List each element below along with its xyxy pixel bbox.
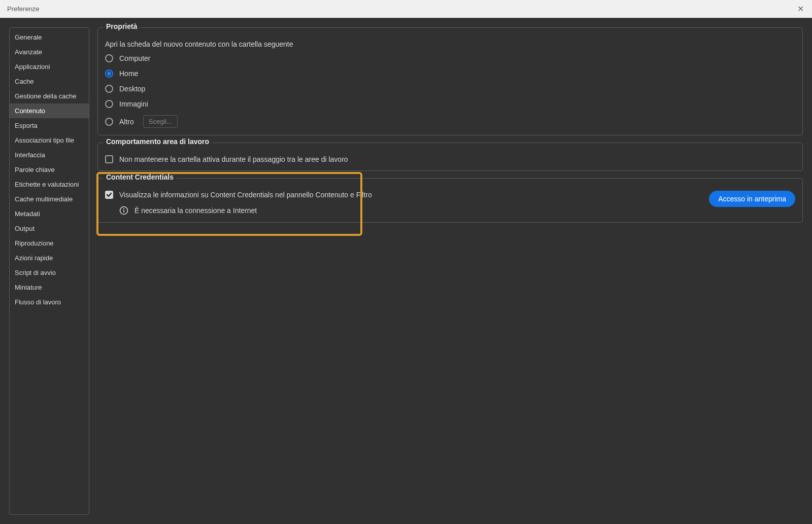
content-credentials-group: Content Credentials Visualizza le inform… [97,178,803,223]
radio-option-desktop[interactable]: Desktop [105,85,795,93]
radio-option-home[interactable]: Home [105,69,795,78]
radio-option-altro[interactable]: AltroScegli... [105,115,795,128]
radio-icon [105,100,113,108]
properties-title: Proprietà [103,22,140,30]
content-credentials-title: Content Credentials [103,173,177,181]
workspace-checkbox-row[interactable]: Non mantenere la cartella attiva durante… [105,155,795,163]
radio-option-immagini[interactable]: Immagini [105,100,795,108]
svg-point-1 [123,208,124,209]
radio-icon [105,54,113,62]
window-title: Preferenze [7,5,40,13]
workspace-title: Comportamento area di lavoro [103,137,212,146]
radio-label: Computer [119,54,150,62]
sidebar-item-avanzate[interactable]: Avanzate [10,45,89,59]
sidebar-item-esporta[interactable]: Esporta [10,118,89,133]
sidebar-item-contenuto[interactable]: Contenuto [10,103,89,118]
preview-access-button[interactable]: Accesso in anteprima [709,191,795,207]
sidebar-item-metadati[interactable]: Metadati [10,206,89,221]
radio-icon [105,118,113,126]
sidebar-item-interfaccia[interactable]: Interfaccia [10,148,89,162]
sidebar-item-miniature[interactable]: Miniature [10,280,89,295]
workspace-checkbox-label: Non mantenere la cartella attiva durante… [119,155,348,163]
radio-label: Immagini [119,100,148,108]
radio-option-computer[interactable]: Computer [105,54,795,62]
sidebar-item-associazioni-tipo-file[interactable]: Associazioni tipo file [10,133,89,148]
sidebar-item-gestione-della-cache[interactable]: Gestione della cache [10,89,89,103]
radio-label: Altro [119,118,134,126]
radio-label: Home [119,69,138,78]
properties-subtitle: Apri la scheda del nuovo contenuto con l… [105,40,795,48]
content-credentials-info-text: È necessaria la connessione a Internet [134,206,257,215]
sidebar-item-generale[interactable]: Generale [10,30,89,45]
info-icon [119,206,128,215]
sidebar-item-parole-chiave[interactable]: Parole chiave [10,162,89,177]
radio-label: Desktop [119,85,145,93]
content-credentials-info-row: È necessaria la connessione a Internet [119,206,372,215]
svg-rect-2 [123,210,124,213]
sidebar-item-cache[interactable]: Cache [10,74,89,89]
close-icon[interactable]: ✕ [794,2,807,16]
preferences-sidebar: GeneraleAvanzateApplicazioniCacheGestion… [9,27,89,515]
sidebar-item-script-di-avvio[interactable]: Script di avvio [10,265,89,280]
checkbox-icon [105,191,113,199]
sidebar-item-flusso-di-lavoro[interactable]: Flusso di lavoro [10,295,89,309]
sidebar-item-output[interactable]: Output [10,221,89,236]
sidebar-item-cache-multimediale[interactable]: Cache multimediale [10,192,89,206]
sidebar-item-azioni-rapide[interactable]: Azioni rapide [10,251,89,265]
sidebar-item-applicazioni[interactable]: Applicazioni [10,59,89,74]
browse-button[interactable]: Scegli... [143,115,178,128]
content-credentials-checkbox-row[interactable]: Visualizza le informazioni su Content Cr… [105,191,372,199]
radio-icon [105,85,113,93]
window-titlebar: Preferenze ✕ [0,0,812,18]
content-credentials-checkbox-label: Visualizza le informazioni su Content Cr… [119,191,372,199]
sidebar-item-etichette-e-valutazioni[interactable]: Etichette e valutazioni [10,177,89,192]
checkbox-icon [105,155,113,163]
sidebar-item-riproduzione[interactable]: Riproduzione [10,236,89,251]
properties-group: Proprietà Apri la scheda del nuovo conte… [97,27,803,135]
radio-icon [105,69,113,78]
workspace-group: Comportamento area di lavoro Non mantene… [97,143,803,171]
